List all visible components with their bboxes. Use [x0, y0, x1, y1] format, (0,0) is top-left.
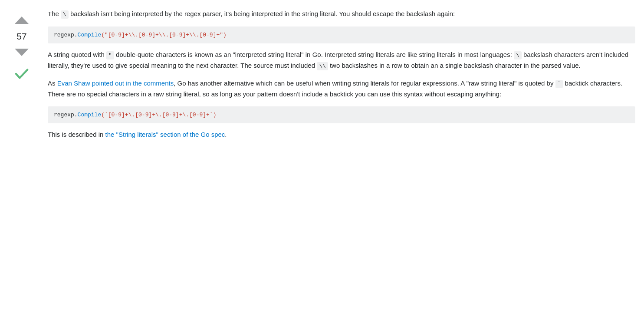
para3-text1: As	[48, 79, 57, 87]
para2-text4: two backslashes in a row to obtain an a …	[328, 62, 581, 69]
para1-text1: The	[48, 10, 61, 17]
accepted-checkmark	[14, 66, 30, 81]
paragraph-2: A string quoted with " double-quote char…	[48, 50, 635, 71]
para2-text1: A string quoted with	[48, 51, 106, 58]
vote-count: 57	[16, 30, 26, 42]
code-doublequote: "	[106, 51, 114, 59]
code2-pre: regexp.	[54, 112, 78, 118]
para2-text2: double-quote characters is known as an "…	[114, 51, 514, 58]
code-backtick: `	[555, 80, 563, 88]
answer-container: 57 The \ backslash isn't being interpret…	[0, 0, 644, 155]
para4-text1: This is described in	[48, 131, 105, 138]
evan-shaw-link[interactable]: Evan Shaw pointed out in the comments	[57, 79, 174, 87]
para4-text2: .	[225, 131, 227, 138]
code-block-2: regexp.Compile(`[0-9]+\.[0-9]+\.[0-9]+\.…	[48, 106, 635, 124]
code2-args: (`[0-9]+\.[0-9]+\.[0-9]+\.[0-9]+`)	[101, 112, 216, 118]
para3-text2: , Go has another alternative which can b…	[174, 79, 555, 87]
answer-content: The \ backslash isn't being interpreted …	[43, 9, 644, 147]
paragraph-4: This is described in the "String literal…	[48, 129, 635, 140]
vote-down-button[interactable]	[14, 44, 30, 59]
vote-column: 57	[0, 9, 43, 147]
code1-args: ("[0-9]+\\.[0-9]+\\.[0-9]+\\.[0-9]+")	[101, 32, 227, 38]
go-spec-link[interactable]: the "String literals" section of the Go …	[105, 131, 225, 138]
code1-pre: regexp.	[54, 32, 78, 38]
paragraph-1: The \ backslash isn't being interpreted …	[48, 9, 635, 20]
paragraph-3: As Evan Shaw pointed out in the comments…	[48, 78, 635, 99]
vote-up-button[interactable]	[14, 13, 30, 29]
code-backslash-2: \	[514, 51, 522, 59]
para1-text2: backslash isn't being interpreted by the…	[69, 10, 455, 17]
code-double-backslash: \\	[317, 62, 328, 70]
code-block-1: regexp.Compile("[0-9]+\\.[0-9]+\\.[0-9]+…	[48, 26, 635, 44]
code2-func: Compile	[78, 112, 102, 118]
code-backslash-1: \	[61, 10, 69, 19]
code1-func: Compile	[78, 32, 102, 38]
